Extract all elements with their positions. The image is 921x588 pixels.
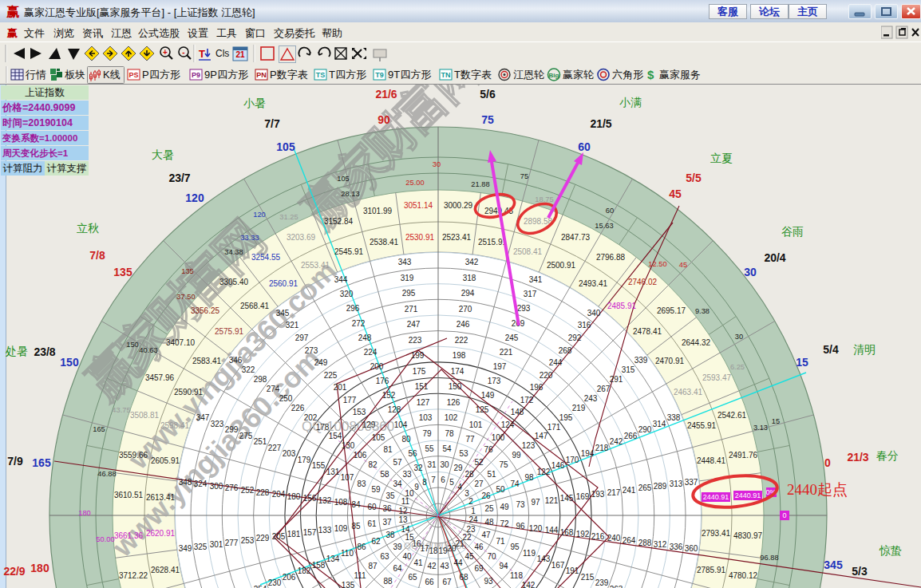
svg-text:173: 173: [488, 377, 501, 385]
svg-text:20/4: 20/4: [764, 251, 785, 264]
svg-text:3407.10: 3407.10: [166, 338, 196, 347]
svg-text:51: 51: [487, 470, 496, 479]
svg-text:341: 341: [529, 275, 543, 284]
svg-text:105: 105: [276, 140, 295, 153]
svg-text:惊蛰: 惊蛰: [879, 544, 902, 557]
svg-text:2493.41: 2493.41: [579, 279, 608, 288]
svg-text:339: 339: [634, 356, 648, 365]
svg-text:147: 147: [535, 432, 548, 440]
svg-text:291: 291: [610, 375, 623, 384]
svg-text:156: 156: [303, 494, 317, 503]
svg-text:2: 2: [468, 497, 473, 506]
svg-text:3152.84: 3152.84: [324, 217, 354, 226]
svg-text:267: 267: [597, 385, 611, 393]
svg-text:5/3: 5/3: [852, 565, 868, 578]
svg-text:71: 71: [496, 537, 505, 546]
svg-text:102: 102: [445, 413, 458, 422]
svg-text:55: 55: [425, 444, 434, 453]
svg-text:276: 276: [225, 483, 239, 492]
svg-text:21/5: 21/5: [590, 117, 611, 130]
svg-text:45: 45: [679, 261, 687, 269]
svg-text:18: 18: [429, 547, 438, 555]
svg-text:34: 34: [393, 479, 402, 488]
svg-text:345: 345: [276, 309, 290, 318]
svg-text:171: 171: [547, 423, 561, 432]
svg-text:59: 59: [371, 485, 381, 494]
svg-text:2568.41: 2568.41: [240, 302, 270, 310]
svg-text:46.88: 46.88: [97, 470, 116, 478]
svg-text:3254.55: 3254.55: [251, 253, 281, 262]
svg-text:150: 150: [60, 356, 79, 369]
svg-text:P四方形: P四方形: [142, 69, 180, 81]
svg-text:3559.66: 3559.66: [119, 451, 148, 460]
svg-text:93: 93: [484, 577, 493, 586]
svg-text:319: 319: [401, 274, 414, 282]
svg-text:84: 84: [351, 500, 361, 509]
svg-text:74: 74: [510, 479, 520, 488]
svg-text:2847.73: 2847.73: [561, 233, 591, 242]
svg-text:78: 78: [445, 429, 454, 438]
svg-text:3712.22: 3712.22: [119, 571, 148, 580]
svg-text:春分: 春分: [876, 449, 899, 462]
svg-text:9T四方形: 9T四方形: [388, 69, 431, 81]
svg-text:35: 35: [385, 491, 395, 500]
svg-text:318: 318: [463, 274, 476, 282]
svg-text:28: 28: [464, 470, 474, 479]
svg-text:3305.40: 3305.40: [219, 278, 249, 286]
svg-text:6.25: 6.25: [730, 363, 745, 371]
svg-text:谷雨: 谷雨: [781, 225, 804, 238]
svg-text:249: 249: [314, 358, 328, 367]
svg-text:70: 70: [487, 552, 496, 561]
svg-text:90: 90: [377, 113, 390, 126]
svg-text:131: 131: [326, 468, 340, 476]
svg-text:板块: 板块: [65, 69, 85, 81]
svg-text:2508.41: 2508.41: [513, 247, 543, 256]
svg-text:2590.91: 2590.91: [174, 388, 204, 397]
svg-text:251: 251: [254, 437, 267, 446]
svg-text:205: 205: [272, 532, 286, 541]
svg-text:Cls: Cls: [215, 48, 229, 59]
svg-text:75: 75: [520, 172, 528, 180]
svg-text:79: 79: [422, 429, 432, 438]
svg-text:148: 148: [511, 408, 524, 416]
svg-text:130: 130: [342, 441, 355, 450]
svg-text:2620.91: 2620.91: [146, 529, 176, 538]
svg-text:118: 118: [510, 571, 523, 580]
svg-text:81: 81: [383, 445, 393, 454]
svg-text:3.13: 3.13: [753, 424, 768, 432]
svg-text:203: 203: [283, 449, 296, 458]
svg-text:218: 218: [595, 444, 609, 452]
svg-text:60: 60: [578, 140, 591, 153]
svg-text:Big: Big: [549, 72, 559, 79]
svg-text:87: 87: [368, 562, 377, 570]
svg-text:225: 225: [324, 371, 338, 380]
svg-text:P9: P9: [192, 71, 200, 79]
svg-text:3356.25: 3356.25: [191, 306, 220, 315]
svg-text:57: 57: [393, 458, 402, 467]
svg-text:2545.91: 2545.91: [334, 247, 364, 256]
svg-text:41: 41: [413, 558, 423, 567]
svg-text:206: 206: [283, 573, 296, 582]
svg-text:6: 6: [441, 476, 445, 484]
svg-text:94: 94: [499, 562, 508, 570]
svg-text:314: 314: [653, 420, 666, 428]
svg-text:142: 142: [522, 581, 536, 588]
svg-text:294: 294: [461, 289, 475, 298]
svg-text:301: 301: [210, 540, 223, 549]
svg-text:271: 271: [405, 305, 418, 314]
svg-text:9.38: 9.38: [695, 307, 710, 315]
svg-text:3203.69: 3203.69: [287, 233, 316, 242]
svg-text:76: 76: [484, 445, 493, 454]
svg-text:PN: PN: [256, 71, 267, 79]
svg-text:191: 191: [566, 566, 579, 575]
svg-text:179: 179: [298, 456, 311, 464]
svg-text:77: 77: [465, 435, 475, 444]
svg-text:288: 288: [638, 539, 652, 547]
svg-text:5/5: 5/5: [686, 172, 702, 184]
svg-text:88: 88: [383, 577, 393, 586]
svg-text:122: 122: [537, 468, 551, 476]
svg-text:73: 73: [516, 500, 525, 509]
svg-text:23/8: 23/8: [34, 345, 55, 358]
svg-text:61: 61: [367, 519, 377, 528]
svg-text:68: 68: [459, 573, 468, 582]
